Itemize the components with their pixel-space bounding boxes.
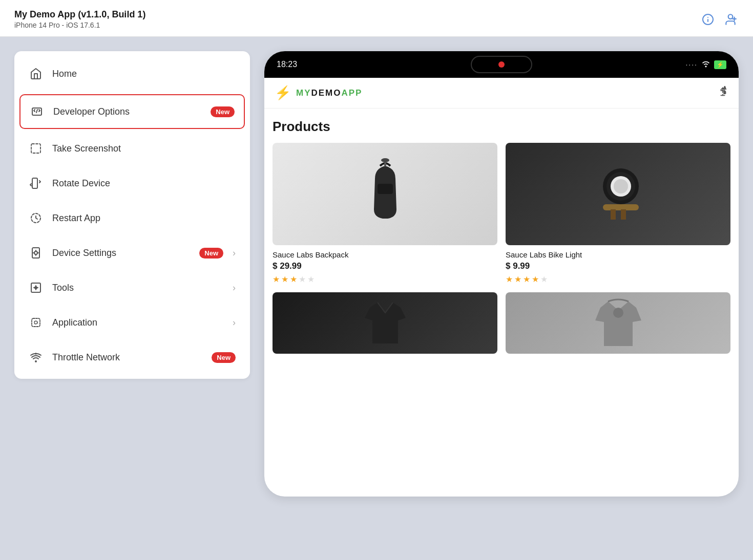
home-label: Home <box>52 69 236 79</box>
svg-text:B: B <box>724 91 726 94</box>
record-dot <box>498 61 505 68</box>
battery-icon: ⚡ <box>714 60 726 69</box>
tools-label: Tools <box>52 283 223 293</box>
info-icon[interactable] <box>700 11 716 28</box>
take-screenshot-label: Take Screenshot <box>52 143 236 154</box>
product-name-backpack: Sauce Labs Backpack <box>273 250 497 259</box>
logo-app: APP <box>342 88 363 98</box>
tools-icon <box>29 281 43 295</box>
svg-point-27 <box>381 158 389 162</box>
app-logo-icon: ⚡ <box>275 85 291 101</box>
status-bar: 18:23 ···· ⚡ <box>264 51 739 78</box>
product-stars-bikelight: ★ ★ ★ ★ ★ <box>506 274 730 284</box>
products-section: Products <box>264 109 739 364</box>
device-settings-label: Device Settings <box>52 248 190 259</box>
sidebar: Home Developer Options New Take <box>14 51 250 379</box>
developer-options-badge: New <box>211 106 235 117</box>
user-add-icon[interactable] <box>722 11 739 28</box>
product-card-hoodie[interactable] <box>506 292 730 354</box>
developer-options-label: Developer Options <box>53 106 201 117</box>
svg-point-35 <box>613 308 623 318</box>
app-logo-text: MYDEMOAPP <box>296 88 362 98</box>
product-card-jacket[interactable] <box>273 292 497 354</box>
hoodie-bg <box>506 292 730 354</box>
restart-app-label: Restart App <box>52 213 236 224</box>
star-2: ★ <box>281 274 288 284</box>
logo-my: MY <box>296 88 311 98</box>
svg-point-3 <box>728 14 733 19</box>
jacket-bg <box>273 292 497 354</box>
star-1: ★ <box>273 274 280 284</box>
product-stars-backpack: ★ ★ ★ ★ ★ <box>273 274 497 284</box>
star-5: ★ <box>540 274 548 284</box>
svg-text:A: A <box>724 86 726 90</box>
bikelight-bg <box>506 143 730 245</box>
device-settings-chevron: › <box>233 248 236 259</box>
tools-chevron: › <box>233 283 236 293</box>
screenshot-icon <box>29 141 43 156</box>
svg-rect-8 <box>31 144 40 153</box>
throttle-network-badge: New <box>212 352 236 363</box>
product-name-bikelight: Sauce Labs Bike Light <box>506 250 730 259</box>
sidebar-item-tools[interactable]: Tools › <box>14 270 250 305</box>
device-settings-badge: New <box>199 248 223 259</box>
product-image-backpack <box>273 143 497 245</box>
app-logo: ⚡ MYDEMOAPP <box>275 85 362 101</box>
star-4: ★ <box>532 274 539 284</box>
sidebar-item-rotate-device[interactable]: Rotate Device <box>14 166 250 201</box>
star-3: ★ <box>523 274 530 284</box>
product-price-backpack: $ 29.99 <box>273 261 497 271</box>
product-card-backpack[interactable]: Sauce Labs Backpack $ 29.99 ★ ★ ★ ★ ★ <box>273 143 497 284</box>
main-content: Home Developer Options New Take <box>0 37 753 497</box>
application-chevron: › <box>233 317 236 328</box>
svg-line-7 <box>36 110 37 113</box>
wifi-icon <box>701 59 711 70</box>
restart-icon <box>29 211 43 225</box>
rotate-device-label: Rotate Device <box>52 178 236 189</box>
svg-rect-15 <box>32 318 40 327</box>
svg-rect-9 <box>32 178 37 188</box>
throttle-network-label: Throttle Network <box>52 352 202 363</box>
status-icons: ···· ⚡ <box>685 59 726 70</box>
sidebar-item-throttle-network[interactable]: Throttle Network New <box>14 340 250 375</box>
rotate-icon <box>29 176 43 190</box>
app-inner-header: ⚡ MYDEMOAPP A B <box>264 78 739 109</box>
app-title: My Demo App (v1.1.0, Build 1) <box>14 9 694 20</box>
application-icon <box>29 315 43 330</box>
star-5: ★ <box>307 274 315 284</box>
star-3: ★ <box>290 274 297 284</box>
app-subtitle: iPhone 14 Pro - iOS 17.6.1 <box>14 21 694 29</box>
product-image-jacket <box>273 292 497 354</box>
svg-point-16 <box>34 321 37 324</box>
signal-dots-icon: ···· <box>685 60 698 69</box>
header-text: My Demo App (v1.1.0, Build 1) iPhone 14 … <box>14 9 694 29</box>
device-settings-icon <box>29 246 43 260</box>
sidebar-item-home[interactable]: Home <box>14 55 250 92</box>
product-price-bikelight: $ 9.99 <box>506 261 730 271</box>
svg-rect-25 <box>378 184 393 194</box>
product-image-hoodie <box>506 292 730 354</box>
application-label: Application <box>52 317 223 328</box>
product-card-bikelight[interactable]: Sauce Labs Bike Light $ 9.99 ★ ★ ★ ★ ★ <box>506 143 730 284</box>
products-grid: Sauce Labs Backpack $ 29.99 ★ ★ ★ ★ ★ <box>273 143 730 354</box>
app-header: My Demo App (v1.1.0, Build 1) iPhone 14 … <box>0 0 753 37</box>
svg-point-17 <box>35 361 36 362</box>
network-icon <box>29 350 43 364</box>
svg-rect-33 <box>611 209 616 220</box>
home-icon <box>29 67 43 81</box>
sidebar-item-restart-app[interactable]: Restart App <box>14 201 250 235</box>
sort-icon[interactable]: A B <box>717 86 728 100</box>
svg-rect-34 <box>621 209 626 220</box>
backpack-bg <box>273 143 497 245</box>
star-2: ★ <box>514 274 521 284</box>
sidebar-item-application[interactable]: Application › <box>14 305 250 340</box>
sidebar-item-developer-options[interactable]: Developer Options New <box>19 94 245 129</box>
logo-demo: DEMO <box>311 88 342 98</box>
product-image-bikelight <box>506 143 730 245</box>
sidebar-item-take-screenshot[interactable]: Take Screenshot <box>14 131 250 166</box>
code-icon <box>30 104 44 119</box>
phone-frame: 18:23 ···· ⚡ ⚡ MYDEMOAPP <box>264 51 739 497</box>
dynamic-island <box>471 56 532 73</box>
sidebar-item-device-settings[interactable]: Device Settings New › <box>14 235 250 270</box>
svg-point-31 <box>614 179 628 193</box>
